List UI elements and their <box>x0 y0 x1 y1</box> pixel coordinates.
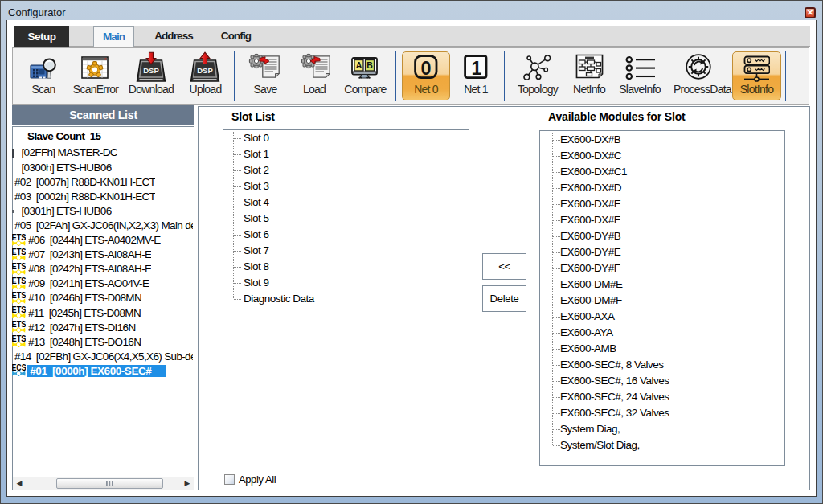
svg-text:DSP: DSP <box>197 66 213 75</box>
svg-text:DSP: DSP <box>143 66 159 75</box>
svg-text:1: 1 <box>472 58 482 79</box>
svg-text:A: A <box>356 60 362 70</box>
svg-text:0: 0 <box>421 58 432 79</box>
svg-text:B: B <box>366 60 373 70</box>
